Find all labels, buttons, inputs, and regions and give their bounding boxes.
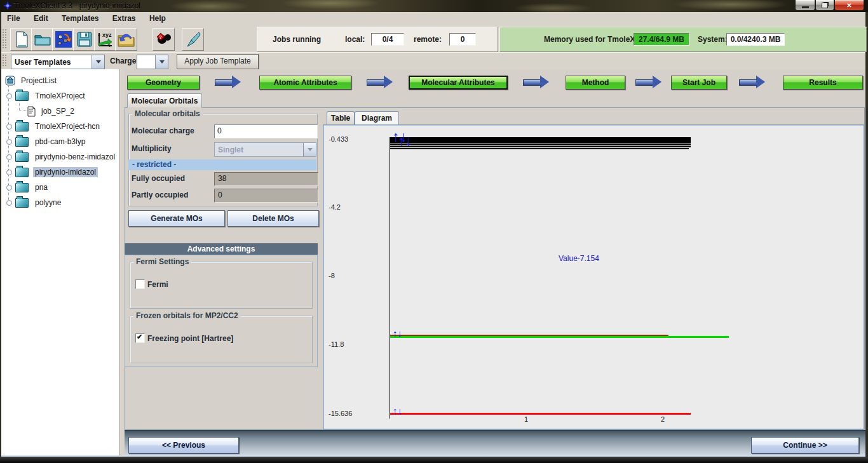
tree-item-label[interactable]: pirydynio-benz-imidazol — [33, 152, 117, 162]
apply-job-template-button[interactable]: Apply Job Template — [177, 54, 259, 69]
mo-level[interactable] — [390, 148, 689, 149]
workflow-step-start-job[interactable]: Start Job — [671, 76, 727, 90]
mo-level[interactable] — [390, 142, 691, 144]
tree-root-label[interactable]: ProjectList — [19, 76, 58, 86]
import-molecule-button[interactable] — [52, 28, 74, 51]
workflow-step-molecular-attributes[interactable]: Molecular Attributes — [409, 76, 508, 90]
charge-combo[interactable] — [137, 55, 168, 69]
chevron-down-icon[interactable] — [92, 55, 104, 69]
tree-root[interactable]: ProjectList — [5, 74, 58, 87]
workflow-step-results[interactable]: Results — [783, 76, 863, 90]
workflow-step-geometry[interactable]: Geometry — [127, 76, 200, 90]
tree-toggle[interactable] — [6, 185, 12, 191]
toolbar-grip[interactable] — [2, 29, 8, 50]
tree-item[interactable]: pirydynio-imidazol — [15, 166, 98, 178]
title-bar[interactable]: TmoleXClient 3.3 - pirydynio-imidazol ✕ — [0, 0, 868, 12]
tab-table[interactable]: Table — [327, 111, 355, 124]
mo-level[interactable] — [390, 144, 691, 145]
tree-item[interactable]: TmoleXProject-hcn — [15, 120, 102, 133]
arrow-right-icon — [215, 79, 232, 86]
open-project-button[interactable] — [31, 28, 53, 51]
save-button[interactable] — [73, 28, 95, 51]
occupation-arrows-icon: ↑↓ — [398, 134, 412, 148]
tree-item-label[interactable]: polyyne — [33, 198, 63, 208]
draw-molecule-button[interactable] — [182, 28, 204, 51]
os-taskbar[interactable] — [0, 457, 868, 463]
molecular-charge-label: Molecular charge — [132, 126, 194, 135]
user-templates-combo[interactable]: User Templates — [11, 55, 105, 69]
continue-button[interactable]: Continue >> — [751, 437, 859, 453]
tree-toggle[interactable] — [6, 170, 12, 175]
folder-icon — [15, 183, 29, 192]
tree-item[interactable]: polyyne — [15, 196, 63, 209]
folder-icon — [15, 198, 29, 208]
tree-toggle[interactable] — [6, 139, 12, 145]
tree-item[interactable]: pirydynio-benz-imidazol — [15, 151, 117, 163]
tree-item-label[interactable]: pna — [33, 182, 50, 192]
menu-templates[interactable]: Templates — [56, 12, 104, 25]
molecular-charge-field[interactable]: 0 — [214, 124, 318, 138]
restore-button[interactable] — [815, 0, 834, 11]
folder-icon — [15, 137, 29, 147]
close-button[interactable]: ✕ — [834, 0, 864, 11]
svg-text:?: ? — [159, 35, 161, 39]
menu-extras[interactable]: Extras — [107, 12, 142, 25]
tree-item[interactable]: TmoleXProject — [15, 90, 87, 102]
tree-item-label[interactable]: TmoleXProject — [33, 91, 87, 101]
delete-mos-button[interactable]: Delete MOs — [227, 210, 319, 227]
minimize-icon — [802, 6, 809, 8]
tree-toggle[interactable] — [6, 200, 12, 206]
chevron-down-icon[interactable] — [155, 55, 168, 69]
new-document-button[interactable] — [10, 28, 32, 51]
template-bar-grip[interactable] — [2, 54, 8, 67]
partly-occupied-label: Partly occupied — [132, 191, 188, 199]
xyz-coordinates-button[interactable]: xyz — [94, 28, 116, 51]
tree-item[interactable]: job_SP_2 — [27, 105, 76, 117]
mo-energy-diagram[interactable]: -0.433-4.2-8-11.8-15.63612Value-7.154↑↓↑… — [323, 124, 864, 429]
tree-item[interactable]: pna — [15, 181, 50, 194]
occupation-arrows-icon: ↑↓ — [393, 328, 402, 338]
workflow-step-atomic-attributes[interactable]: Atomic Attributes — [259, 76, 351, 90]
tree-item-label[interactable]: pbd-cam-b3lyp — [33, 137, 87, 147]
fermi-checkbox-label[interactable]: Fermi — [147, 280, 168, 289]
menu-edit[interactable]: Edit — [28, 12, 54, 25]
diagram-plot-area[interactable]: -0.433-4.2-8-11.8-15.63612Value-7.154↑↓↑… — [323, 125, 864, 429]
tree-toggle[interactable] — [6, 124, 12, 130]
previous-button[interactable]: << Previous — [128, 437, 239, 453]
mo-level[interactable] — [390, 336, 729, 338]
navigation-bar: << Previous Continue >> — [125, 430, 865, 455]
minimize-button[interactable] — [795, 0, 815, 11]
export-folder-button[interactable] — [115, 28, 137, 51]
arrow-right-icon — [367, 79, 384, 86]
close-icon: ✕ — [846, 2, 851, 9]
menu-file[interactable]: File — [1, 12, 26, 25]
job-queue-button[interactable]: ? — [153, 28, 175, 51]
tree-item-label[interactable]: job_SP_2 — [39, 106, 76, 116]
remote-jobs-field[interactable]: 0 — [449, 33, 476, 46]
generate-mos-button[interactable]: Generate MOs — [128, 210, 225, 227]
local-jobs-field[interactable]: 0/4 — [371, 33, 404, 46]
fermi-group-title: Fermi Settings — [133, 257, 191, 266]
tree-toggle[interactable] — [6, 154, 12, 160]
import-molecule-icon — [55, 31, 72, 48]
tree-toggle[interactable] — [6, 93, 12, 99]
mo-level[interactable] — [390, 413, 691, 415]
freezing-point-label[interactable]: Freezing point [Hartree] — [147, 334, 233, 343]
fermi-checkbox[interactable] — [135, 279, 145, 289]
workflow-step-method[interactable]: Method — [566, 76, 625, 90]
splitter[interactable] — [120, 69, 125, 455]
remote-label: remote: — [414, 35, 442, 44]
freezing-point-checkbox[interactable] — [135, 333, 145, 343]
occupation-arrows-icon: ↑↓ — [393, 406, 402, 415]
menu-help[interactable]: Help — [144, 12, 172, 25]
tree-item-label[interactable]: TmoleXProject-hcn — [33, 121, 102, 131]
tree-item-label[interactable]: pirydynio-imidazol — [33, 167, 98, 177]
tab-diagram[interactable]: Diagram — [355, 111, 399, 124]
job-file-icon — [27, 106, 36, 117]
tab-molecular-orbitals[interactable]: Molecular Orbitals — [127, 93, 202, 108]
mo-level[interactable] — [390, 146, 691, 147]
tree-item[interactable]: pbd-cam-b3lyp — [15, 135, 87, 148]
arrow-right-icon — [635, 79, 653, 86]
project-tree: ProjectList TmoleXProject job_SP_2 Tmole… — [1, 69, 120, 455]
multiplicity-combo: Singlet — [214, 142, 316, 157]
